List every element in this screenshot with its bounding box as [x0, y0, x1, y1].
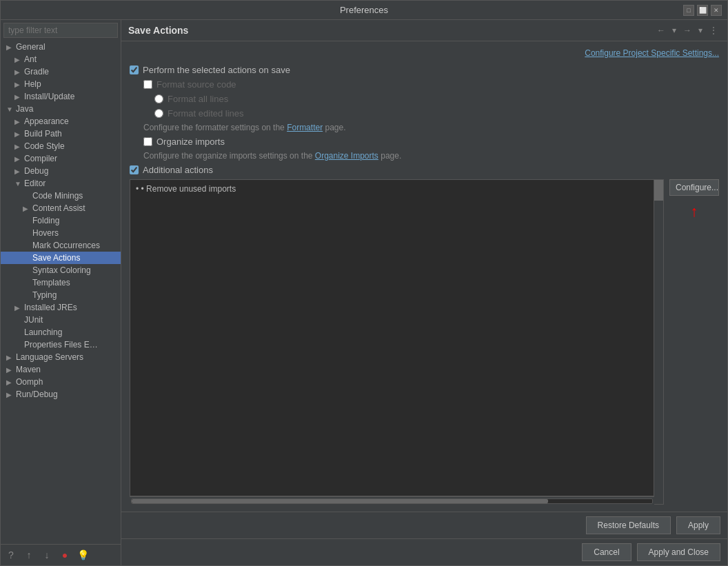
forward-dropdown[interactable]: ▾: [696, 24, 705, 37]
maximize-button[interactable]: ⬜: [697, 5, 708, 16]
additional-actions-row: Additional actions: [130, 165, 719, 175]
format-edited-lines-radio[interactable]: [154, 109, 163, 118]
sidebar-item-label-installed-jres: Installed JREs: [24, 303, 77, 312]
cancel-button[interactable]: Cancel: [582, 543, 631, 561]
perform-on-save-checkbox[interactable]: [130, 65, 139, 74]
format-all-lines-label[interactable]: Format all lines: [154, 94, 228, 104]
sidebar-item-appearance[interactable]: ▶Appearance: [1, 115, 121, 128]
sidebar-item-typing[interactable]: Typing: [1, 289, 121, 301]
sidebar-item-installed-jres[interactable]: ▶Installed JREs: [1, 301, 121, 314]
page-title: Save Actions: [128, 25, 188, 36]
format-source-code-row: Format source code: [130, 79, 719, 90]
sidebar-item-label-compiler: Compiler: [24, 154, 57, 163]
sidebar-item-label-maven: Maven: [16, 365, 41, 374]
sidebar-item-launching[interactable]: Launching: [1, 326, 121, 338]
scrollbar-thumb: [132, 499, 548, 503]
sidebar-item-run-debug[interactable]: ▶Run/Debug: [1, 388, 121, 401]
sidebar-item-label-appearance: Appearance: [24, 117, 69, 126]
format-all-lines-radio[interactable]: [154, 94, 163, 103]
organize-imports-label[interactable]: Organize imports: [143, 137, 225, 147]
sidebar-item-content-assist[interactable]: ▶Content Assist: [1, 202, 121, 214]
organize-imports-link[interactable]: Organize Imports: [315, 151, 378, 161]
close-button[interactable]: ✕: [711, 5, 722, 16]
record-btn[interactable]: ●: [57, 547, 72, 563]
sidebar-item-label-launching: Launching: [24, 327, 62, 337]
sidebar-item-properties-files-editor[interactable]: Properties Files E…: [1, 338, 121, 351]
sidebar-item-oomph[interactable]: ▶Oomph: [1, 376, 121, 388]
sidebar-item-folding[interactable]: Folding: [1, 214, 121, 227]
apply-button[interactable]: Apply: [676, 516, 720, 534]
list-item: • Remove unused imports: [133, 183, 651, 195]
red-arrow-indicator: ↑: [669, 196, 719, 221]
sidebar-item-label-debug: Debug: [24, 166, 48, 176]
formatter-link[interactable]: Formatter: [287, 123, 323, 132]
apply-close-button[interactable]: Apply and Close: [637, 543, 720, 561]
forward-button[interactable]: →: [680, 24, 694, 37]
sidebar-item-ant[interactable]: ▶Ant: [1, 53, 121, 65]
sidebar-item-mark-occurrences[interactable]: Mark Occurrences: [1, 239, 121, 252]
import-btn[interactable]: ↓: [39, 547, 54, 563]
sidebar-item-editor[interactable]: ▼Editor: [1, 177, 121, 190]
sidebar-item-label-help: Help: [24, 79, 41, 89]
sidebar-item-label-templates: Templates: [32, 278, 70, 287]
header-actions: ← ▾ → ▾ ⋮: [654, 24, 720, 37]
sidebar-item-label-install-update: Install/Update: [24, 92, 74, 101]
format-edited-lines-label[interactable]: Format edited lines: [154, 108, 244, 119]
sidebar-item-label-folding: Folding: [32, 216, 59, 225]
sidebar-item-language-servers[interactable]: ▶Language Servers: [1, 351, 121, 363]
actions-list: • Remove unused imports: [130, 179, 654, 496]
sidebar-item-build-path[interactable]: ▶Build Path: [1, 128, 121, 140]
sidebar-item-general[interactable]: ▶General: [1, 41, 121, 53]
filter-input[interactable]: [3, 23, 118, 38]
content-body: Configure Project Specific Settings... P…: [121, 41, 727, 512]
footer-row2: Cancel Apply and Close: [121, 538, 727, 565]
sidebar-item-label-content-assist: Content Assist: [32, 203, 85, 213]
sidebar-item-label-save-actions: Save Actions: [32, 253, 80, 263]
sidebar-item-maven[interactable]: ▶Maven: [1, 363, 121, 376]
sidebar-item-hovers[interactable]: Hovers: [1, 227, 121, 239]
configure-btn-area: Configure... ↑: [664, 179, 719, 505]
sidebar-item-label-properties-files-editor: Properties Files E…: [24, 340, 98, 350]
sidebar-item-label-ant: Ant: [24, 54, 37, 64]
perform-on-save-label[interactable]: Perform the selected actions on save: [130, 65, 290, 75]
sidebar-bottom: ? ↑ ↓ ● 💡: [1, 544, 121, 565]
sidebar-item-syntax-coloring[interactable]: Syntax Coloring: [1, 264, 121, 276]
more-options-button[interactable]: ⋮: [707, 24, 720, 37]
configure-project-link[interactable]: Configure Project Specific Settings...: [130, 48, 719, 58]
idea-btn[interactable]: 💡: [75, 547, 90, 563]
sidebar-item-junit[interactable]: JUnit: [1, 314, 121, 326]
sidebar-item-debug[interactable]: ▶Debug: [1, 165, 121, 177]
additional-actions-checkbox[interactable]: [130, 165, 139, 174]
format-source-code-checkbox[interactable]: [143, 80, 152, 89]
restore-defaults-button[interactable]: Restore Defaults: [586, 516, 671, 534]
horizontal-scrollbar[interactable]: [130, 496, 654, 505]
sidebar-item-help[interactable]: ▶Help: [1, 78, 121, 90]
sidebar-item-label-gradle: Gradle: [24, 67, 49, 77]
actions-list-container: • Remove unused imports: [130, 179, 654, 505]
format-source-code-label[interactable]: Format source code: [143, 79, 236, 90]
sidebar-item-java[interactable]: ▼Java: [1, 103, 121, 115]
sidebar-item-templates[interactable]: Templates: [1, 276, 121, 289]
sidebar-item-label-junit: JUnit: [24, 315, 43, 325]
sidebar-item-label-typing: Typing: [32, 290, 57, 300]
sidebar-item-code-minings[interactable]: Code Minings: [1, 190, 121, 202]
sidebar-item-save-actions[interactable]: Save Actions: [1, 252, 121, 264]
export-btn[interactable]: ↑: [21, 547, 37, 563]
sidebar-item-install-update[interactable]: ▶Install/Update: [1, 90, 121, 103]
vertical-scrollbar[interactable]: [654, 179, 664, 505]
format-edited-lines-row: Format edited lines: [130, 108, 719, 119]
sidebar-item-label-run-debug: Run/Debug: [16, 390, 58, 399]
back-button[interactable]: ←: [654, 24, 668, 37]
sidebar-item-label-oomph: Oomph: [16, 377, 43, 387]
minimize-button[interactable]: □: [683, 5, 694, 16]
actions-area: • Remove unused imports Configure... ↑: [130, 179, 719, 505]
sidebar-item-compiler[interactable]: ▶Compiler: [1, 152, 121, 165]
sidebar-item-code-style[interactable]: ▶Code Style: [1, 140, 121, 152]
organize-imports-checkbox[interactable]: [143, 137, 152, 146]
format-all-lines-row: Format all lines: [130, 94, 719, 104]
back-dropdown[interactable]: ▾: [669, 24, 679, 37]
sidebar-item-gradle[interactable]: ▶Gradle: [1, 65, 121, 78]
additional-actions-label[interactable]: Additional actions: [130, 165, 213, 175]
help-icon-btn[interactable]: ?: [3, 547, 19, 563]
configure-button[interactable]: Configure...: [669, 179, 719, 196]
